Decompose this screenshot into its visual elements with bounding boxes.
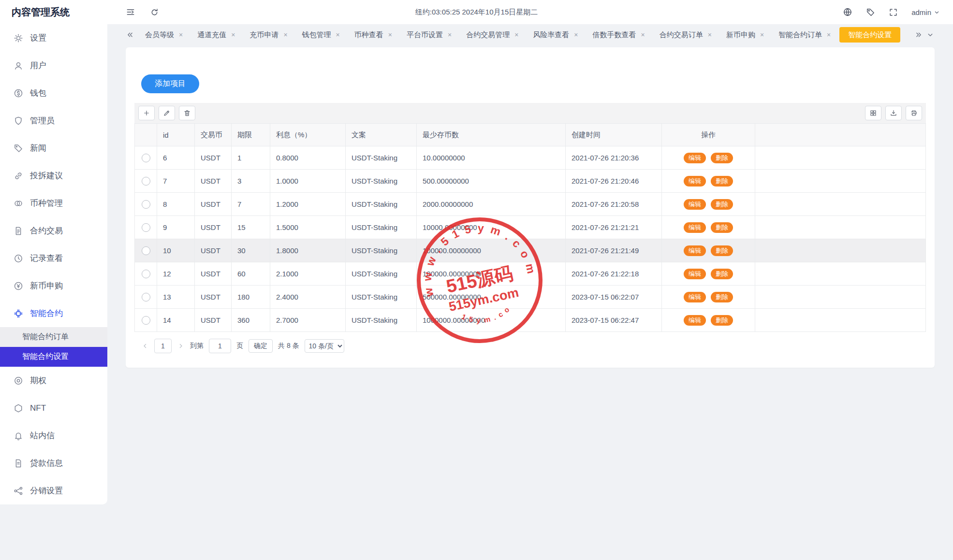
- tab-platform-coin[interactable]: 平台币设置×: [401, 27, 457, 43]
- edit-button[interactable]: 编辑: [684, 315, 706, 326]
- refresh-icon[interactable]: [150, 8, 159, 17]
- close-tab-icon[interactable]: ×: [231, 31, 235, 38]
- edit-button[interactable]: 编辑: [684, 222, 706, 233]
- edit-button[interactable]: 编辑: [684, 269, 706, 279]
- close-tab-icon[interactable]: ×: [827, 31, 831, 38]
- tab-new-coin-subscribe[interactable]: 新币申购×: [720, 27, 770, 43]
- sidebar-item-wallet[interactable]: 钱包: [0, 79, 107, 107]
- close-tab-icon[interactable]: ×: [283, 31, 287, 38]
- close-tab-icon[interactable]: ×: [514, 31, 518, 38]
- filler-cell: [755, 170, 926, 193]
- sidebar-item-records[interactable]: 记录查看: [0, 244, 107, 272]
- cell-interest: 1.0000: [270, 170, 346, 193]
- sidebar-item-distribution[interactable]: 分销设置: [0, 477, 107, 504]
- row-radio[interactable]: [142, 316, 150, 325]
- tab-smart-contract-settings[interactable]: 智能合约设置: [839, 27, 900, 43]
- delete-button[interactable]: 删除: [711, 153, 733, 163]
- tab-contract-trade-manage[interactable]: 合约交易管理×: [460, 27, 524, 43]
- edit-button[interactable]: 编辑: [684, 153, 706, 163]
- tab-wallet-manage[interactable]: 钱包管理×: [296, 27, 346, 43]
- row-radio[interactable]: [142, 246, 150, 255]
- page-number[interactable]: 1: [154, 339, 172, 353]
- confirm-button[interactable]: 确定: [249, 339, 273, 353]
- export-button[interactable]: [885, 106, 902, 120]
- sidebar-item-currency[interactable]: 币种管理: [0, 189, 107, 217]
- tab-risk-rate[interactable]: 风险率查看×: [527, 27, 584, 43]
- cell-min: 10.00000000: [417, 146, 566, 170]
- add-project-button[interactable]: 添加项目: [141, 74, 199, 93]
- sidebar-item-news[interactable]: 新闻: [0, 134, 107, 162]
- sidebar-item-settings[interactable]: 设置: [0, 24, 107, 52]
- tabs-scroll-right-button[interactable]: [914, 30, 923, 39]
- row-radio[interactable]: [142, 200, 150, 209]
- sidebar-item-admins[interactable]: 管理员: [0, 107, 107, 134]
- cell-term: 360: [232, 309, 270, 332]
- sidebar-item-nft[interactable]: NFT: [0, 394, 107, 422]
- close-tab-icon[interactable]: ×: [336, 31, 340, 38]
- sidebar-item-contract-trade[interactable]: 合约交易: [0, 217, 107, 244]
- close-tab-icon[interactable]: ×: [448, 31, 452, 38]
- columns-button[interactable]: [865, 106, 881, 120]
- close-tab-icon[interactable]: ×: [641, 31, 645, 38]
- close-tab-icon[interactable]: ×: [760, 31, 764, 38]
- delete-button[interactable]: 删除: [711, 292, 733, 302]
- page-next-icon[interactable]: [177, 342, 185, 350]
- sidebar-item-smart-contract[interactable]: 智能合约: [0, 300, 107, 327]
- tab-member-level[interactable]: 会员等级×: [139, 27, 189, 43]
- tab-label: 通道充值: [197, 30, 226, 40]
- sidebar-item-new-coin[interactable]: 新币申购: [0, 272, 107, 300]
- page-prev-icon[interactable]: [141, 342, 149, 350]
- table-toolbar: [134, 103, 926, 123]
- delete-row-button[interactable]: [179, 106, 195, 120]
- page-input[interactable]: [209, 339, 231, 353]
- sidebar-item-loan[interactable]: 贷款信息: [0, 449, 107, 477]
- close-tab-icon[interactable]: ×: [388, 31, 392, 38]
- theme-icon[interactable]: [843, 7, 852, 17]
- cell-id: 7: [157, 170, 195, 193]
- cell-min: 2000.00000000: [417, 193, 566, 216]
- sidebar-subitem-smart-contract-settings[interactable]: 智能合约设置: [0, 347, 107, 367]
- tabs-scroll-left-button[interactable]: [126, 30, 134, 39]
- tabs-menu-button[interactable]: [926, 30, 935, 39]
- edit-button[interactable]: 编辑: [684, 199, 706, 210]
- close-tab-icon[interactable]: ×: [574, 31, 578, 38]
- sidebar-item-users[interactable]: 用户: [0, 52, 107, 79]
- add-row-button[interactable]: [138, 106, 155, 120]
- row-radio[interactable]: [142, 177, 150, 186]
- edit-button[interactable]: 编辑: [684, 245, 706, 256]
- row-radio[interactable]: [142, 270, 150, 278]
- sidebar-item-mail[interactable]: 站内信: [0, 422, 107, 449]
- sidebar-item-feedback[interactable]: 投拆建议: [0, 162, 107, 189]
- tab-deposit-request[interactable]: 充币申请×: [244, 27, 293, 43]
- row-radio[interactable]: [142, 293, 150, 302]
- print-button[interactable]: [906, 106, 922, 120]
- delete-button[interactable]: 删除: [711, 315, 733, 326]
- edit-button[interactable]: 编辑: [684, 292, 706, 302]
- page-size-select[interactable]: 10 条/页: [305, 339, 344, 353]
- edit-row-button[interactable]: [159, 106, 175, 120]
- sidebar-subitem-smart-contract-orders[interactable]: 智能合约订单: [0, 327, 107, 347]
- tag-icon[interactable]: [866, 8, 875, 17]
- row-radio[interactable]: [142, 223, 150, 232]
- user-menu[interactable]: admin: [911, 8, 940, 16]
- delete-button[interactable]: 删除: [711, 269, 733, 279]
- delete-button[interactable]: 删除: [711, 176, 733, 187]
- cell-coin: USDT: [195, 193, 232, 216]
- tab-channel-recharge[interactable]: 通道充值×: [191, 27, 241, 43]
- chip-icon: [14, 309, 23, 318]
- cell-min: 1000000.00000000: [417, 309, 566, 332]
- delete-button[interactable]: 删除: [711, 245, 733, 256]
- tab-smart-contract-orders[interactable]: 智能合约订单×: [773, 27, 836, 43]
- delete-button[interactable]: 删除: [711, 199, 733, 210]
- tab-coin-view[interactable]: 币种查看×: [349, 27, 398, 43]
- fullscreen-icon[interactable]: [889, 8, 898, 17]
- tab-multiplier-lots[interactable]: 倍数手数查看×: [587, 27, 651, 43]
- close-tab-icon[interactable]: ×: [179, 31, 183, 38]
- tab-contract-orders[interactable]: 合约交易订单×: [654, 27, 718, 43]
- edit-button[interactable]: 编辑: [684, 176, 706, 187]
- delete-button[interactable]: 删除: [711, 222, 733, 233]
- close-tab-icon[interactable]: ×: [708, 31, 712, 38]
- collapse-sidebar-icon[interactable]: [126, 7, 135, 17]
- sidebar-item-options[interactable]: 期权: [0, 367, 107, 394]
- row-radio[interactable]: [142, 154, 150, 162]
